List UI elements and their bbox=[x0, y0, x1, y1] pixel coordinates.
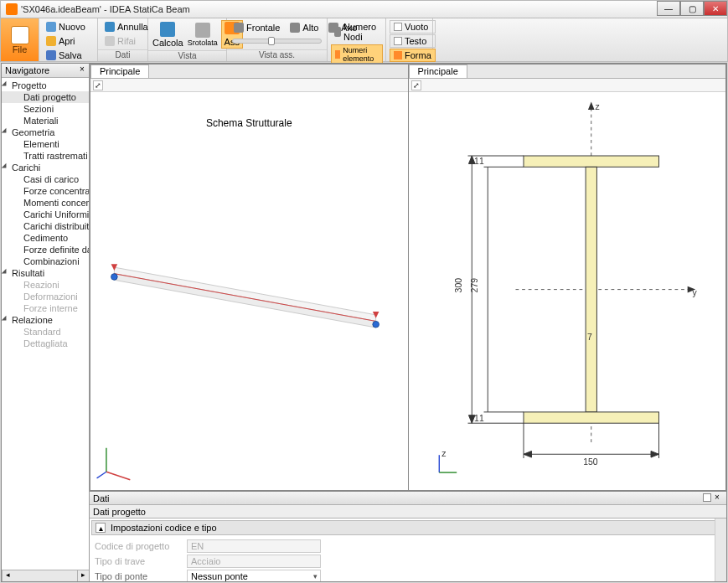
dim-web: 279 bbox=[469, 278, 478, 293]
navigator-close[interactable]: × bbox=[77, 64, 87, 75]
group-vistaass-label: Vista ass. bbox=[227, 49, 327, 61]
svg-marker-0 bbox=[114, 267, 375, 321]
tree-item[interactable]: Elementi bbox=[2, 138, 89, 150]
srotolata-button[interactable]: Srotolata bbox=[187, 20, 219, 49]
dim-height: 300 bbox=[453, 278, 462, 293]
property-combo[interactable]: Nessun ponte bbox=[187, 570, 321, 581]
tree-item[interactable]: Materiali bbox=[2, 115, 89, 126]
center-area: Principale ⤢ Schema Strutturale bbox=[90, 64, 726, 581]
minimize-button[interactable]: — bbox=[657, 1, 680, 16]
numero-nodi-toggle[interactable]: Numero Nodi bbox=[331, 20, 383, 44]
property-value: Acciaio bbox=[187, 555, 321, 568]
annulla-button[interactable]: Annulla bbox=[101, 20, 152, 34]
tab-left-principale[interactable]: Principale bbox=[90, 64, 149, 78]
apri-button[interactable]: Apri bbox=[43, 34, 89, 48]
new-icon bbox=[46, 22, 56, 32]
tree-item: Deformazioni bbox=[2, 291, 89, 302]
canvas-right[interactable]: z y 7 bbox=[409, 92, 726, 490]
tree-item[interactable]: Cedimento bbox=[2, 232, 89, 244]
data-panel-close[interactable]: × bbox=[715, 493, 725, 503]
tree-item[interactable]: Casi di carico bbox=[2, 173, 89, 185]
dim-width: 150 bbox=[583, 457, 598, 467]
tree-item: Standard bbox=[2, 326, 89, 338]
svg-line-2 bbox=[114, 274, 375, 322]
ribbon: File Nuovo Apri Salva Progetto Annulla R… bbox=[0, 18, 728, 62]
collapse-icon: ▴ bbox=[96, 523, 106, 533]
view-right-tool[interactable]: ⤢ bbox=[411, 80, 421, 90]
tree-item[interactable]: Progetto bbox=[2, 80, 89, 91]
top-icon bbox=[290, 23, 300, 33]
group-vista-label: Vista bbox=[148, 50, 226, 61]
property-label: Tipo di trave bbox=[95, 556, 187, 566]
svg-text:z: z bbox=[441, 449, 446, 458]
text-icon bbox=[394, 37, 402, 45]
file-tab[interactable]: File bbox=[1, 18, 39, 61]
tree-item[interactable]: Sezioni bbox=[2, 103, 89, 115]
navigator-scrollbar[interactable]: ◂▸ bbox=[2, 570, 89, 581]
view-slider[interactable] bbox=[232, 39, 322, 44]
alto-button[interactable]: Alto bbox=[287, 21, 322, 34]
property-value: EN bbox=[187, 539, 321, 553]
svg-marker-11 bbox=[587, 101, 594, 109]
data-panel-scrollbar[interactable] bbox=[715, 519, 726, 581]
salva-button[interactable]: Salva bbox=[43, 49, 89, 62]
file-icon bbox=[11, 26, 29, 44]
navigator-panel: Navigatore × ProgettoDati progettoSezion… bbox=[2, 64, 90, 581]
close-button[interactable]: ✕ bbox=[704, 1, 727, 16]
frontale-button[interactable]: Frontale bbox=[230, 21, 283, 34]
testo-toggle[interactable]: Testo bbox=[390, 34, 436, 48]
schema-title: Schema Strutturale bbox=[206, 117, 292, 129]
main-area: Navigatore × ProgettoDati progettoSezion… bbox=[1, 63, 727, 582]
tree-item[interactable]: Tratti rastremati bbox=[2, 150, 89, 162]
navigator-tree[interactable]: ProgettoDati progettoSezioniMaterialiGeo… bbox=[2, 78, 89, 570]
svg-marker-1 bbox=[114, 274, 375, 328]
canvas-left[interactable]: Schema Strutturale bbox=[90, 92, 408, 490]
navigator-header: Navigatore × bbox=[2, 64, 89, 78]
undo-icon bbox=[105, 22, 115, 32]
axis-z-label: z bbox=[595, 102, 599, 111]
tree-item[interactable]: Dati progetto bbox=[2, 91, 89, 103]
svg-text:7: 7 bbox=[587, 333, 592, 342]
unroll-icon bbox=[195, 23, 210, 38]
tree-item[interactable]: Geometria bbox=[2, 126, 89, 138]
data-panel-pin[interactable] bbox=[703, 493, 711, 502]
tree-item[interactable]: Carichi distribuiti bbox=[2, 220, 89, 232]
property-row: Tipo di traveAcciaio bbox=[95, 554, 721, 569]
tree-item: Dettagliata bbox=[2, 338, 89, 349]
tree-item[interactable]: Combinazioni bbox=[2, 255, 89, 267]
property-label: Tipo di ponte bbox=[95, 571, 187, 581]
tab-right-principale[interactable]: Principale bbox=[409, 64, 467, 78]
dim-flange-bot: 11 bbox=[474, 414, 484, 423]
navigator-title: Navigatore bbox=[5, 65, 49, 75]
property-label: Codice di progetto bbox=[95, 541, 187, 551]
tree-item[interactable]: Forze concentrate bbox=[2, 185, 89, 197]
tree-item[interactable]: Carichi Uniformi bbox=[2, 209, 89, 220]
shape-icon bbox=[394, 51, 402, 59]
tree-item: Forze interne bbox=[2, 302, 89, 314]
calcola-button[interactable]: Calcola bbox=[152, 20, 184, 49]
svg-marker-30 bbox=[651, 451, 659, 457]
tree-item[interactable]: Momenti concentrati bbox=[2, 197, 89, 209]
tree-item[interactable]: Carichi bbox=[2, 162, 89, 173]
title-bar: 'SX046a.ideaBeam' - IDEA StatiCa Beam — … bbox=[0, 0, 728, 18]
section-codice-header[interactable]: ▴ Impostazioni codice e tipo bbox=[91, 520, 725, 535]
numeri-elemento-toggle[interactable]: Numeri elemento bbox=[331, 44, 383, 64]
vuoto-toggle[interactable]: Vuoto bbox=[390, 20, 436, 34]
data-panel-header: Dati × bbox=[90, 492, 726, 505]
save-icon bbox=[46, 50, 56, 60]
tree-item: Reazioni bbox=[2, 279, 89, 291]
tree-item[interactable]: Relazione bbox=[2, 314, 89, 326]
forma-toggle[interactable]: Forma bbox=[390, 49, 436, 62]
app-icon bbox=[6, 3, 18, 15]
view-left-tool[interactable]: ⤢ bbox=[93, 80, 103, 90]
nodes-icon bbox=[334, 27, 341, 37]
tree-item[interactable]: Forze definite dall'ute bbox=[2, 244, 89, 255]
svg-point-3 bbox=[111, 274, 118, 281]
rifai-button[interactable]: Rifai bbox=[101, 34, 152, 48]
svg-marker-29 bbox=[524, 451, 532, 457]
data-panel-subheader: Dati progetto bbox=[90, 505, 726, 519]
nuovo-button[interactable]: Nuovo bbox=[43, 20, 89, 34]
open-icon bbox=[46, 36, 56, 46]
maximize-button[interactable]: ▢ bbox=[680, 1, 704, 16]
tree-item[interactable]: Risultati bbox=[2, 267, 89, 279]
